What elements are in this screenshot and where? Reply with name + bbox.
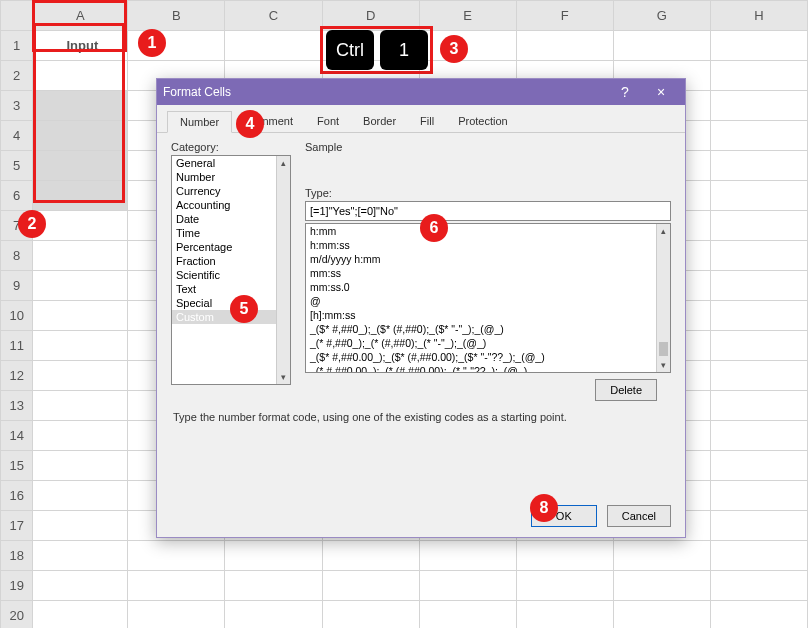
cell[interactable] [419, 571, 516, 601]
row-header[interactable]: 18 [1, 541, 33, 571]
col-header-e[interactable]: E [419, 1, 516, 31]
scroll-up-icon[interactable]: ▴ [657, 224, 670, 238]
cell[interactable] [613, 31, 710, 61]
help-button[interactable]: ? [607, 79, 643, 105]
cell[interactable] [33, 421, 128, 451]
format-item[interactable]: @ [306, 294, 670, 308]
tab-border[interactable]: Border [351, 111, 408, 132]
cell[interactable] [710, 541, 807, 571]
category-item-time[interactable]: Time [172, 226, 290, 240]
row-header[interactable]: 16 [1, 481, 33, 511]
cell[interactable] [516, 601, 613, 629]
col-header-a[interactable]: A [33, 1, 128, 31]
col-header-f[interactable]: F [516, 1, 613, 31]
format-list[interactable]: h:mm h:mm:ss m/d/yyyy h:mm mm:ss mm:ss.0… [305, 223, 671, 373]
cell[interactable] [33, 211, 128, 241]
tab-font[interactable]: Font [305, 111, 351, 132]
cell[interactable] [710, 181, 807, 211]
cell[interactable] [710, 241, 807, 271]
cell[interactable] [710, 451, 807, 481]
cell[interactable] [225, 601, 322, 629]
cell[interactable] [516, 541, 613, 571]
row-header[interactable]: 15 [1, 451, 33, 481]
cell-a1[interactable]: Input [33, 31, 128, 61]
category-item-text[interactable]: Text [172, 282, 290, 296]
cell[interactable] [33, 571, 128, 601]
cell[interactable] [128, 571, 225, 601]
cell[interactable] [613, 541, 710, 571]
row-header[interactable]: 17 [1, 511, 33, 541]
format-item[interactable]: h:mm [306, 224, 670, 238]
cell[interactable] [322, 601, 419, 629]
cell-a3[interactable] [33, 91, 128, 121]
row-header[interactable]: 8 [1, 241, 33, 271]
row-header[interactable]: 19 [1, 571, 33, 601]
cell[interactable] [33, 451, 128, 481]
format-item[interactable]: m/d/yyyy h:mm [306, 252, 670, 266]
format-item[interactable]: _(* #,##0.00_);_(* (#,##0.00);_(* "-"??_… [306, 364, 670, 373]
cell[interactable] [225, 571, 322, 601]
cell[interactable] [33, 361, 128, 391]
cell[interactable] [225, 31, 322, 61]
cell-a5[interactable] [33, 151, 128, 181]
row-header[interactable]: 1 [1, 31, 33, 61]
cell[interactable] [33, 601, 128, 629]
row-header[interactable]: 6 [1, 181, 33, 211]
cell[interactable] [33, 241, 128, 271]
cell[interactable] [33, 271, 128, 301]
cell[interactable] [33, 541, 128, 571]
cell[interactable] [710, 361, 807, 391]
category-item-general[interactable]: General [172, 156, 290, 170]
cell[interactable] [516, 31, 613, 61]
cell-a4[interactable] [33, 121, 128, 151]
cell[interactable] [419, 541, 516, 571]
cell[interactable] [710, 121, 807, 151]
cell[interactable] [128, 601, 225, 629]
cell[interactable] [419, 601, 516, 629]
row-header[interactable]: 20 [1, 601, 33, 629]
cell[interactable] [710, 571, 807, 601]
cell-a2[interactable] [33, 61, 128, 91]
cell[interactable] [710, 271, 807, 301]
format-item[interactable]: h:mm:ss [306, 238, 670, 252]
row-header[interactable]: 2 [1, 61, 33, 91]
col-header-c[interactable]: C [225, 1, 322, 31]
cell[interactable] [33, 391, 128, 421]
cell[interactable] [710, 481, 807, 511]
category-item-accounting[interactable]: Accounting [172, 198, 290, 212]
format-item[interactable]: mm:ss.0 [306, 280, 670, 294]
cell[interactable] [322, 541, 419, 571]
row-header[interactable]: 10 [1, 301, 33, 331]
cell[interactable] [710, 151, 807, 181]
col-header-g[interactable]: G [613, 1, 710, 31]
cell-a6[interactable] [33, 181, 128, 211]
cell[interactable] [710, 421, 807, 451]
row-header[interactable]: 3 [1, 91, 33, 121]
type-input[interactable] [305, 201, 671, 221]
cell[interactable] [33, 511, 128, 541]
cell[interactable] [33, 481, 128, 511]
col-header-d[interactable]: D [322, 1, 419, 31]
scroll-thumb[interactable] [659, 342, 668, 356]
cell[interactable] [710, 211, 807, 241]
row-header[interactable]: 5 [1, 151, 33, 181]
col-header-b[interactable]: B [128, 1, 225, 31]
cell[interactable] [128, 541, 225, 571]
select-all-corner[interactable] [1, 1, 33, 31]
format-item[interactable]: _($* #,##0_);_($* (#,##0);_($* "-"_);_(@… [306, 322, 670, 336]
cell[interactable] [33, 301, 128, 331]
format-item[interactable]: [h]:mm:ss [306, 308, 670, 322]
close-button[interactable]: × [643, 79, 679, 105]
tab-fill[interactable]: Fill [408, 111, 446, 132]
format-item[interactable]: mm:ss [306, 266, 670, 280]
category-scrollbar[interactable]: ▴ ▾ [276, 156, 290, 384]
row-header[interactable]: 4 [1, 121, 33, 151]
category-item-currency[interactable]: Currency [172, 184, 290, 198]
format-scrollbar[interactable]: ▴ ▾ [656, 224, 670, 372]
tab-number[interactable]: Number [167, 111, 232, 133]
cell[interactable] [33, 331, 128, 361]
cell[interactable] [710, 61, 807, 91]
cell[interactable] [710, 301, 807, 331]
cell[interactable] [613, 571, 710, 601]
cell[interactable] [225, 541, 322, 571]
